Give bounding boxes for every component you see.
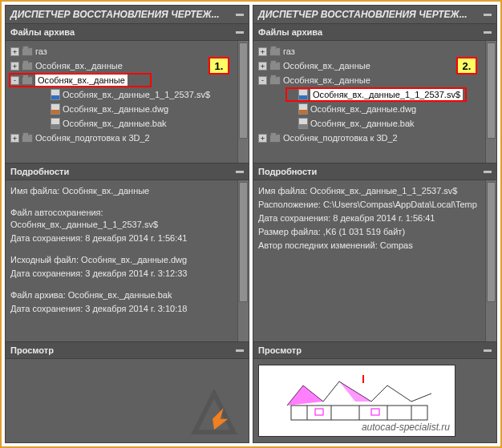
archive-header[interactable]: Файлы архива <box>6 23 249 41</box>
folder-icon <box>269 47 281 56</box>
details-header[interactable]: Подробности <box>6 163 249 180</box>
detail-line: Дата сохранения: 8 декабря 2014 г. 1:56:… <box>258 212 492 224</box>
file-tree: +газ+Особняк_вх._данные-Особняк_вх._данн… <box>6 41 249 163</box>
title-text: ДИСПЕТЧЕР ВОССТАНОВЛЕНИЯ ЧЕРТЕЖ... <box>10 9 220 20</box>
preview-content: autocad-specialist.ru <box>253 359 496 442</box>
step-badge-2: 2. <box>456 57 477 75</box>
folder-icon <box>269 76 281 85</box>
tree-label: Особняк_вх._данные <box>283 61 370 71</box>
tree-label: газ <box>283 46 295 56</box>
tree-item[interactable]: +Особняк_вх._данные.bak <box>7 116 247 131</box>
preview-label: Просмотр <box>258 345 302 355</box>
detail-line: Исходный файл: Особняк_вх._данные.dwg <box>10 254 244 266</box>
tree-label: Особняк_вх._данные.bak <box>310 119 415 128</box>
left-panel: ДИСПЕТЧЕР ВОССТАНОВЛЕНИЯ ЧЕРТЕЖ... Файлы… <box>5 5 249 443</box>
detail-line: Имя файла: Особняк_вх._данные <box>10 185 244 197</box>
tree-label: Особняк_вх._данные <box>35 61 123 71</box>
file-icon <box>51 103 60 115</box>
detail-line: Имя файла: Особняк_вх._данные_1_1_2537.s… <box>258 185 492 197</box>
folder-icon <box>22 134 33 143</box>
collapse-icon[interactable] <box>484 349 492 352</box>
file-icon <box>51 89 60 100</box>
tree-item[interactable]: +Особняк_вх._данные.dwg <box>255 102 495 116</box>
scrollbar[interactable] <box>237 180 249 341</box>
scrollbar[interactable] <box>485 41 496 163</box>
collapse-icon[interactable] <box>236 349 244 352</box>
expand-icon[interactable]: + <box>10 134 19 143</box>
archive-label: Файлы архива <box>10 27 75 37</box>
scrollbar[interactable] <box>485 180 496 341</box>
details-label: Подробности <box>10 167 69 176</box>
preview-header[interactable]: Просмотр <box>253 341 496 359</box>
tree-label: Особняк_вх._данные_1_1_2537.sv$ <box>63 90 210 99</box>
file-icon <box>298 118 308 129</box>
archive-label: Файлы архива <box>258 27 322 37</box>
scroll-thumb[interactable] <box>487 182 496 302</box>
details-label: Подробности <box>258 167 317 176</box>
folder-icon <box>269 62 281 71</box>
expand-icon[interactable]: + <box>10 62 19 71</box>
highlight-box <box>9 73 152 87</box>
scroll-thumb[interactable] <box>487 42 496 139</box>
tree-label: Особняк_вх._данные.dwg <box>310 104 416 114</box>
collapse-icon[interactable] <box>236 171 244 173</box>
collapse-icon[interactable] <box>484 31 492 34</box>
svg-rect-7 <box>315 409 323 415</box>
tree-item[interactable]: +Особняк_подготовка к 3D_2 <box>7 131 247 145</box>
expand-icon[interactable]: + <box>258 62 267 71</box>
detail-line: Размер файла: ,K6 (1 031 519 байт) <box>258 226 492 238</box>
watermark-text: autocad-specialist.ru <box>362 422 450 433</box>
step-badge-1: 1. <box>208 57 229 75</box>
title-text: ДИСПЕТЧЕР ВОССТАНОВЛЕНИЯ ЧЕРТЕЖ... <box>258 9 468 20</box>
file-icon <box>51 118 60 129</box>
scroll-thumb[interactable] <box>239 42 248 139</box>
logo-icon <box>191 389 237 436</box>
folder-icon <box>22 47 33 56</box>
collapse-icon[interactable] <box>236 31 244 34</box>
scroll-thumb[interactable] <box>239 182 248 302</box>
tree-item[interactable]: +Особняк_подготовка к 3D_2 <box>255 131 495 145</box>
tree-item[interactable]: -Особняк_вх._данные <box>255 73 495 87</box>
collapse-icon[interactable] <box>484 14 492 16</box>
file-icon <box>298 103 308 115</box>
tree-item[interactable]: +Особняк_вх._данные_1_1_2537.sv$ <box>7 87 247 102</box>
tree-label: Особняк_подготовка к 3D_2 <box>283 133 398 143</box>
details-content: Имя файла: Особняк_вх._данные_1_1_2537.s… <box>253 180 496 341</box>
tree-label: Особняк_вх._данные <box>283 75 370 85</box>
file-tree: +газ+Особняк_вх._данные-Особняк_вх._данн… <box>253 41 496 163</box>
tree-item[interactable]: +Особняк_вх._данные.bak <box>255 116 495 131</box>
details-content: Имя файла: Особняк_вх._данные Файл автос… <box>6 180 249 341</box>
collapse-icon[interactable]: - <box>258 76 267 85</box>
right-panel: ДИСПЕТЧЕР ВОССТАНОВЛЕНИЯ ЧЕРТЕЖ... Файлы… <box>253 5 497 443</box>
building-sketch-icon <box>283 373 435 423</box>
detail-line: Дата сохранения: 3 декабря 2014 г. 3:12:… <box>10 268 244 280</box>
svg-rect-8 <box>371 409 379 415</box>
tree-label: Особняк_подготовка к 3D_2 <box>35 133 150 143</box>
preview-content <box>6 359 249 442</box>
highlight-box <box>285 87 467 102</box>
tree-label: Особняк_вх._данные.dwg <box>63 104 168 114</box>
panel-title: ДИСПЕТЧЕР ВОССТАНОВЛЕНИЯ ЧЕРТЕЖ... <box>253 6 496 23</box>
details-header[interactable]: Подробности <box>253 163 496 180</box>
expand-icon[interactable]: + <box>258 134 267 143</box>
tree-label: газ <box>35 46 47 56</box>
detail-line: Дата сохранения: 3 декабря 2014 г. 3:10:… <box>10 303 244 315</box>
tree-label: Особняк_вх._данные.bak <box>63 119 167 128</box>
archive-header[interactable]: Файлы архива <box>253 23 496 41</box>
folder-icon <box>269 134 281 143</box>
tree-item[interactable]: +Особняк_вх._данные.dwg <box>7 102 247 116</box>
detail-line: Расположение: C:\Users\Compas\AppData\Lo… <box>258 199 492 211</box>
detail-line: Файл архива: Особняк_вх._данные.bak <box>10 289 244 301</box>
detail-line: Дата сохранения: 8 декабря 2014 г. 1:56:… <box>10 232 244 244</box>
folder-icon <box>22 62 33 71</box>
preview-header[interactable]: Просмотр <box>6 341 249 359</box>
detail-line: Автор последних изменений: Compas <box>258 240 492 252</box>
detail-line: Файл автосохранения: Особняк_вх._данные_… <box>10 207 244 231</box>
expand-icon[interactable]: + <box>10 47 19 56</box>
collapse-icon[interactable] <box>484 171 492 173</box>
expand-icon[interactable]: + <box>258 47 267 56</box>
drawing-preview: autocad-specialist.ru <box>258 365 455 437</box>
collapse-icon[interactable] <box>236 14 244 16</box>
scrollbar[interactable] <box>237 41 249 163</box>
preview-label: Просмотр <box>10 345 54 355</box>
